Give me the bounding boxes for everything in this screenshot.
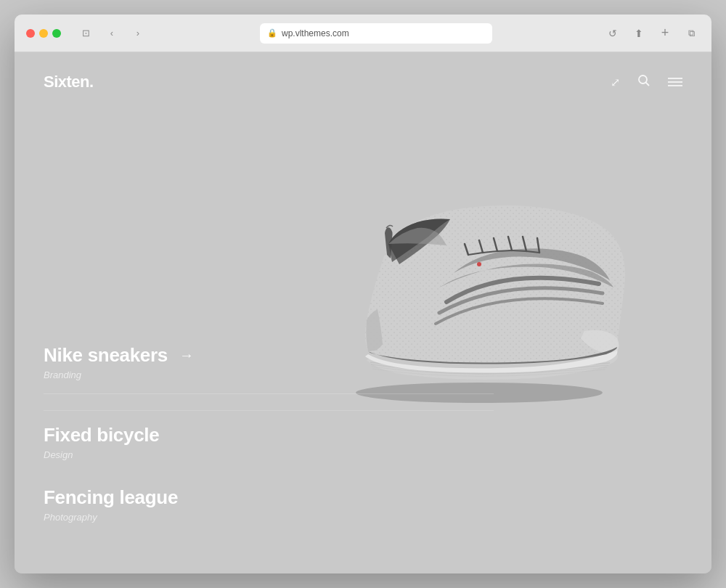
share-button[interactable]: ⬆ [630, 25, 648, 42]
item-divider-0 [44, 393, 494, 394]
back-button[interactable]: ‹ [102, 25, 122, 41]
new-tab-button[interactable]: + [656, 25, 674, 42]
portfolio-arrow-0: → [179, 347, 194, 364]
browser-window: ⊡ ‹ › 🔒 wp.vlthemes.com ↺ ⬆ + ⧉ Sixten. … [15, 15, 711, 573]
svg-point-0 [639, 75, 647, 83]
site-header: Sixten. ⤢ [15, 52, 711, 112]
tabs-button[interactable]: ⧉ [682, 25, 700, 42]
website-content: Sixten. ⤢ [15, 52, 711, 573]
maximize-button[interactable] [52, 29, 61, 38]
url-text: wp.vlthemes.com [282, 28, 349, 38]
svg-line-1 [646, 82, 650, 86]
site-nav-icons: ⤢ [611, 74, 682, 91]
portfolio-list: Nike sneakers → Branding Fixed bicycle D… [44, 328, 494, 530]
portfolio-title-2: Fencing league [44, 486, 178, 509]
menu-icon[interactable] [668, 74, 682, 91]
svg-point-8 [477, 262, 481, 266]
search-icon[interactable] [637, 74, 650, 91]
expand-icon[interactable]: ⤢ [611, 75, 620, 89]
browser-chrome: ⊡ ‹ › 🔒 wp.vlthemes.com ↺ ⬆ + ⧉ [15, 15, 711, 52]
traffic-lights [26, 29, 61, 38]
address-bar[interactable]: 🔒 wp.vlthemes.com [260, 23, 492, 44]
forward-button[interactable]: › [128, 25, 148, 41]
portfolio-category-2: Photography [44, 512, 494, 523]
portfolio-item-header-1: Fixed bicycle [44, 424, 494, 446]
browser-actions: ↺ ⬆ + ⧉ [604, 25, 700, 42]
portfolio-title-1: Fixed bicycle [44, 424, 159, 446]
reload-button[interactable]: ↺ [604, 25, 621, 42]
portfolio-item-0[interactable]: Nike sneakers → Branding [44, 328, 494, 411]
sidebar-toggle-button[interactable]: ⊡ [76, 25, 96, 41]
portfolio-item-header-0: Nike sneakers → [44, 344, 494, 367]
site-logo[interactable]: Sixten. [44, 73, 94, 91]
browser-controls: ⊡ ‹ › [76, 25, 148, 41]
close-button[interactable] [26, 29, 35, 38]
portfolio-item-2[interactable]: Fencing league Photography [44, 473, 494, 530]
portfolio-category-1: Design [44, 449, 494, 460]
address-bar-container: 🔒 wp.vlthemes.com [157, 23, 595, 44]
portfolio-item-1[interactable]: Fixed bicycle Design [44, 411, 494, 473]
minimize-button[interactable] [39, 29, 48, 38]
portfolio-title-0: Nike sneakers [44, 344, 168, 367]
portfolio-item-header-2: Fencing league [44, 486, 494, 509]
portfolio-category-0: Branding [44, 369, 494, 380]
lock-icon: 🔒 [267, 28, 277, 38]
